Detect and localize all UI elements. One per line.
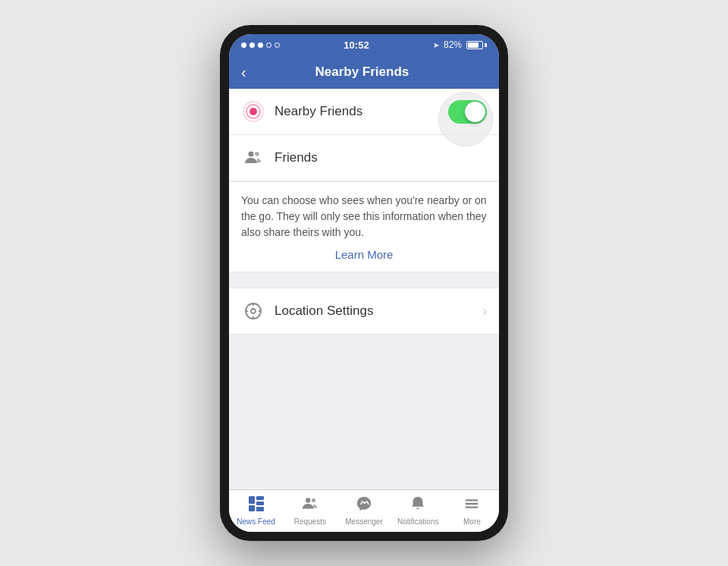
back-button[interactable]: ‹	[241, 64, 256, 81]
tab-notifications[interactable]: Notifications	[391, 490, 445, 530]
nearby-friends-toggle[interactable]	[448, 100, 487, 124]
signal-dot-3	[258, 42, 263, 48]
location-arrow-icon: ➤	[433, 41, 439, 49]
svg-rect-11	[249, 496, 255, 504]
location-settings-section: Location Settings ›	[229, 288, 499, 335]
signal-dot-2	[249, 42, 255, 48]
signal-dots	[241, 42, 280, 48]
svg-point-16	[306, 498, 310, 502]
messenger-icon	[356, 495, 372, 516]
location-settings-row[interactable]: Location Settings ›	[229, 288, 499, 334]
tab-news-feed-label: News Feed	[237, 517, 275, 526]
svg-rect-14	[256, 502, 264, 505]
battery-icon	[466, 41, 487, 49]
notifications-icon	[410, 495, 426, 516]
nearby-friends-label: Nearby Friends	[275, 104, 448, 119]
svg-rect-12	[249, 505, 255, 511]
tab-requests-label: Requests	[294, 517, 326, 526]
tab-more[interactable]: More	[445, 490, 499, 530]
more-icon	[463, 495, 480, 516]
friends-row[interactable]: Friends	[229, 135, 499, 181]
battery-percent: 82%	[444, 39, 462, 50]
status-right: ➤ 82%	[433, 39, 487, 50]
tab-messenger[interactable]: Messenger	[337, 490, 391, 530]
requests-icon	[302, 495, 318, 516]
svg-point-3	[249, 152, 254, 157]
nearby-friends-icon-wrap	[241, 99, 265, 124]
nearby-friends-icon	[243, 101, 264, 122]
toggle-knob	[465, 102, 485, 122]
news-feed-icon	[248, 495, 265, 516]
tab-more-label: More	[463, 517, 481, 526]
svg-rect-15	[256, 507, 264, 511]
svg-point-4	[255, 152, 259, 156]
signal-dot-1	[241, 42, 246, 48]
nearby-friends-section: Nearby Friends	[229, 89, 499, 272]
nav-title: Nearby Friends	[256, 64, 469, 80]
location-settings-icon-wrap	[241, 299, 265, 323]
location-settings-label: Location Settings	[275, 303, 483, 319]
phone-screen: 10:52 ➤ 82% ‹ Nearby Friends	[229, 34, 499, 532]
tab-bar: News Feed Requests	[229, 489, 499, 532]
battery-fill	[468, 42, 479, 48]
nav-bar: ‹ Nearby Friends	[229, 55, 499, 89]
tab-notifications-label: Notifications	[397, 517, 438, 526]
signal-dot-4	[266, 42, 271, 48]
svg-point-6	[251, 309, 256, 313]
nearby-friends-row[interactable]: Nearby Friends	[229, 89, 499, 135]
tab-news-feed[interactable]: News Feed	[229, 490, 283, 530]
learn-more-link[interactable]: Learn More	[241, 248, 487, 261]
chevron-right-icon: ›	[483, 304, 487, 318]
friends-icon-wrap	[241, 146, 265, 170]
battery-tip	[485, 43, 487, 47]
content-area: Nearby Friends	[229, 89, 499, 489]
description-text: You can choose who sees when you're near…	[241, 193, 487, 241]
status-time: 10:52	[344, 39, 369, 51]
svg-point-0	[249, 108, 257, 115]
svg-rect-13	[256, 496, 264, 500]
friends-icon	[244, 149, 262, 167]
phone-frame: 10:52 ➤ 82% ‹ Nearby Friends	[220, 25, 508, 541]
description-section: You can choose who sees when you're near…	[229, 181, 499, 272]
signal-dot-5	[275, 42, 280, 48]
friends-label: Friends	[275, 150, 487, 165]
tab-requests[interactable]: Requests	[283, 490, 337, 530]
svg-point-17	[312, 498, 315, 502]
status-bar: 10:52 ➤ 82%	[229, 34, 499, 55]
tab-messenger-label: Messenger	[345, 517, 382, 526]
location-settings-icon	[244, 302, 262, 320]
battery-body	[466, 41, 483, 49]
